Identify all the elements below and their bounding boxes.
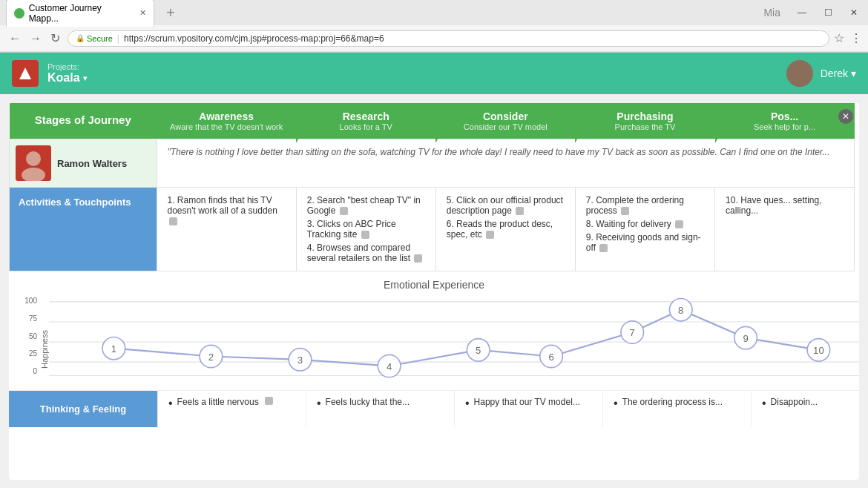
activities-row: Activities & Touchpoints 1. Ramon finds …	[10, 188, 855, 271]
bullet-2: •	[465, 397, 470, 410]
stage-cell-awareness: Awareness Aware that the TV doesn't work	[157, 103, 296, 139]
title-bar: Customer Journey Mapp... ✕ + Mia — ☐ ✕	[0, 0, 868, 25]
edit-icon[interactable]	[169, 217, 177, 225]
svg-text:3: 3	[297, 355, 303, 366]
activities-cell-consider: 5. Click on our official product descrip…	[435, 188, 575, 271]
edit-icon[interactable]	[675, 220, 683, 228]
edit-icon[interactable]	[340, 207, 348, 215]
thinking-cell-2: • Happy that our TV model...	[454, 391, 602, 427]
project-dropdown-arrow: ▾	[83, 74, 87, 82]
thinking-cell-1: • Feels lucky that the...	[306, 391, 454, 427]
new-tab-button[interactable]: +	[160, 3, 181, 23]
bullet-3: •	[614, 397, 618, 410]
activity-item: 3. Clicks on ABC Price Tracking site	[307, 219, 425, 240]
chart-plot-area: 1 2 3 4 5 6	[49, 294, 859, 390]
stage-name-purchasing: Purchasing	[582, 111, 707, 122]
thinking-cell-4: • Disappoin...	[751, 391, 859, 427]
y-label-0: 0	[33, 367, 37, 375]
chart-section: Emotional Experience 100 75 50 25 0 Happ…	[9, 271, 859, 390]
bullet-4: •	[762, 397, 766, 410]
svg-text:5: 5	[476, 345, 481, 356]
persona-label-cell: Ramon Walters	[10, 139, 157, 188]
header-right: Derek ▾	[786, 60, 856, 87]
user-avatar	[786, 60, 813, 87]
browser-tab[interactable]: Customer Journey Mapp... ✕	[6, 0, 154, 27]
persona-row: Ramon Walters "There is nothing I love b…	[10, 139, 855, 188]
stages-label-cell: Stages of Journey	[10, 103, 157, 139]
chart-y-label: Happiness	[40, 294, 49, 390]
separator: |	[117, 33, 119, 44]
chart-container: 100 75 50 25 0 Happiness	[9, 294, 859, 390]
svg-text:2: 2	[208, 352, 214, 363]
app-header: Projects: Koala ▾ Derek ▾	[0, 53, 868, 94]
y-label-50: 50	[29, 332, 37, 340]
stage-name-awareness: Awareness	[164, 111, 289, 122]
chart-svg: 1 2 3 4 5 6	[49, 294, 859, 390]
stage-cell-research: Research Looks for a TV	[296, 103, 435, 139]
edit-icon[interactable]	[265, 397, 273, 405]
svg-text:7: 7	[630, 327, 635, 338]
tab-close-button[interactable]: ✕	[139, 8, 146, 18]
activities-cell-awareness: 1. Ramon finds that his TV doesn't work …	[157, 188, 296, 271]
project-name[interactable]: Koala ▾	[47, 71, 87, 85]
chart-y-axis: 100 75 50 25 0	[9, 294, 40, 390]
activity-item: 1. Ramon finds that his TV doesn't work …	[168, 195, 286, 226]
edit-icon[interactable]	[599, 244, 608, 252]
persona-quote: "There is nothing I love better than sit…	[168, 147, 830, 157]
main-content: ✕ Stages of Journey Awareness Aware that…	[9, 103, 859, 480]
stage-desc-research: Looks for a TV	[303, 122, 428, 131]
close-panel-button[interactable]: ✕	[838, 109, 853, 124]
thinking-cell-3: • The ordering process is...	[602, 391, 751, 427]
nav-bar: ← → ↻ 🔒 Secure | https://scrum.vpository…	[0, 25, 868, 52]
activities-cell-purchasing: 7. Complete the ordering process 8. Wait…	[575, 188, 714, 271]
bullet-0: •	[168, 397, 173, 410]
stage-desc-post: Seek help for p...	[723, 122, 847, 131]
edit-icon[interactable]	[486, 231, 494, 239]
title-bar-left: Customer Journey Mapp... ✕ +	[6, 0, 760, 27]
url-text: https://scrum.vpository.com/cjm.jsp#proc…	[124, 33, 821, 44]
menu-icon[interactable]: ⋮	[850, 31, 862, 45]
stage-name-post: Pos...	[723, 111, 847, 122]
svg-text:10: 10	[813, 345, 824, 356]
thinking-text-1: Feels lucky that the...	[326, 397, 410, 407]
svg-point-4	[26, 151, 41, 166]
edit-icon[interactable]	[414, 254, 422, 263]
minimize-button[interactable]: —	[793, 6, 811, 19]
stage-cell-consider: Consider Consider our TV model	[435, 103, 575, 139]
activity-item: 5. Click on our official product descrip…	[447, 195, 565, 216]
edit-icon[interactable]	[361, 231, 369, 239]
edit-icon[interactable]	[621, 207, 629, 215]
activity-item: 4. Browses and compared several retailer…	[307, 243, 425, 263]
thinking-text-4: Disappoin...	[771, 397, 818, 407]
activity-item: 2. Search "best cheap TV" in Google	[307, 195, 425, 216]
activity-item: 8. Waiting for delivery	[586, 219, 704, 229]
journey-map-table-wrapper[interactable]: Stages of Journey Awareness Aware that t…	[9, 103, 859, 271]
persona-avatar	[16, 145, 51, 181]
activity-item: 6. Reads the product desc, spec, etc	[447, 219, 565, 240]
chart-title: Emotional Experience	[9, 279, 859, 291]
y-label-100: 100	[24, 297, 37, 305]
bullet-1: •	[317, 397, 321, 410]
stages-row: Stages of Journey Awareness Aware that t…	[10, 103, 855, 139]
tab-title: Customer Journey Mapp...	[29, 3, 132, 24]
y-label-25: 25	[29, 349, 37, 357]
maximize-button[interactable]: ☐	[820, 6, 837, 19]
address-bar[interactable]: 🔒 Secure | https://scrum.vpository.com/c…	[68, 30, 829, 47]
profile-icon: Mia	[760, 5, 784, 20]
bookmark-icon[interactable]: ☆	[834, 31, 844, 45]
close-button[interactable]: ✕	[846, 6, 862, 19]
thinking-text-2: Happy that our TV model...	[474, 397, 580, 407]
secure-badge: 🔒 Secure	[76, 34, 113, 43]
forward-button[interactable]: →	[27, 30, 45, 47]
activities-cell-post: 10. Have ques... setting, calling...	[715, 188, 855, 271]
nav-arrows: ← → ↻	[6, 30, 63, 47]
window-controls: Mia — ☐ ✕	[760, 5, 862, 20]
activity-item: 7. Complete the ordering process	[586, 195, 704, 216]
svg-point-2	[789, 76, 810, 87]
user-name[interactable]: Derek ▾	[821, 67, 856, 79]
back-button[interactable]: ←	[6, 30, 24, 47]
svg-marker-0	[19, 67, 31, 79]
reload-button[interactable]: ↻	[47, 30, 63, 47]
stage-desc-purchasing: Purchase the TV	[582, 122, 707, 131]
edit-icon[interactable]	[516, 207, 524, 215]
